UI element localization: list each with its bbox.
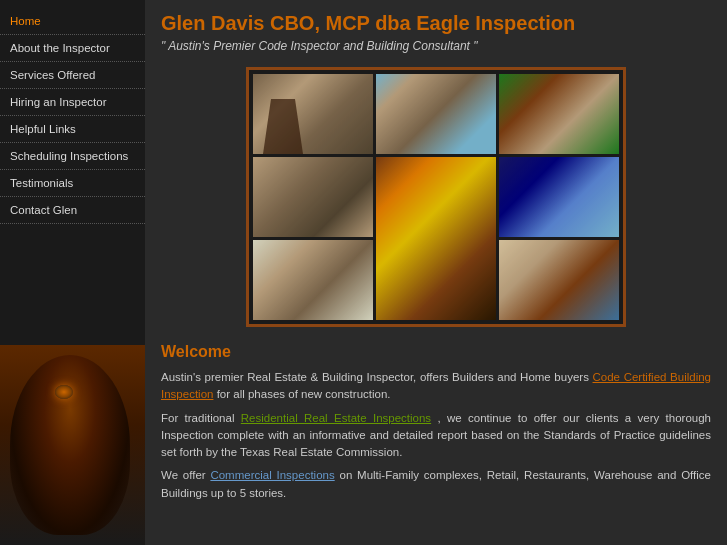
photo-6	[499, 157, 619, 237]
sidebar-item-hiring[interactable]: Hiring an Inspector	[0, 89, 145, 116]
eagle-image	[0, 345, 145, 545]
welcome-text: Austin's premier Real Estate & Building …	[161, 369, 711, 502]
nav-menu: Home About the Inspector Services Offere…	[0, 0, 145, 224]
sidebar-item-about[interactable]: About the Inspector	[0, 35, 145, 62]
sidebar-item-services[interactable]: Services Offered	[0, 62, 145, 89]
sidebar-item-links[interactable]: Helpful Links	[0, 116, 145, 143]
photo-3	[499, 74, 619, 154]
welcome-title: Welcome	[161, 343, 711, 361]
welcome-paragraph-2: For traditional Residential Real Estate …	[161, 410, 711, 462]
sidebar-item-testimonials[interactable]: Testimonials	[0, 170, 145, 197]
photo-8	[499, 240, 619, 320]
sidebar: Home About the Inspector Services Offere…	[0, 0, 145, 545]
page-subtitle: " Austin's Premier Code Inspector and Bu…	[161, 39, 711, 53]
residential-inspection-link[interactable]: Residential Real Estate Inspections	[241, 412, 431, 424]
photo-7	[253, 240, 373, 320]
commercial-inspection-link[interactable]: Commercial Inspections	[210, 469, 334, 481]
photo-5	[376, 157, 496, 320]
sidebar-item-home[interactable]: Home	[0, 8, 145, 35]
photo-1	[253, 74, 373, 154]
welcome-paragraph-1: Austin's premier Real Estate & Building …	[161, 369, 711, 404]
page-title: Glen Davis CBO, MCP dba Eagle Inspection	[161, 12, 711, 35]
photo-grid	[246, 67, 626, 327]
sidebar-item-scheduling[interactable]: Scheduling Inspections	[0, 143, 145, 170]
sidebar-item-contact[interactable]: Contact Glen	[0, 197, 145, 224]
welcome-section: Welcome Austin's premier Real Estate & B…	[161, 343, 711, 502]
photo-4	[253, 157, 373, 237]
photo-2	[376, 74, 496, 154]
welcome-paragraph-3: We offer Commercial Inspections on Multi…	[161, 467, 711, 502]
main-content: Glen Davis CBO, MCP dba Eagle Inspection…	[145, 0, 727, 545]
